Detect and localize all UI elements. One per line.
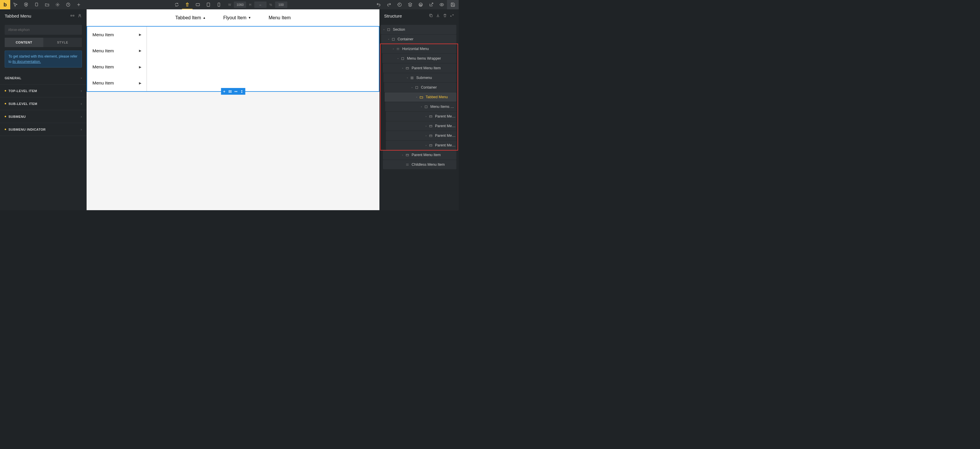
chevron-right-icon[interactable] bbox=[424, 144, 428, 147]
tree-node[interactable]: Section bbox=[380, 25, 457, 34]
section-submenu[interactable]: SUBMENU› bbox=[0, 110, 87, 123]
flex-icon[interactable] bbox=[70, 13, 75, 19]
chevron-down-icon[interactable] bbox=[396, 57, 400, 60]
submenu-item[interactable]: Menu Item▶ bbox=[87, 75, 146, 91]
chevron-down-icon[interactable] bbox=[410, 86, 414, 89]
external-link-icon[interactable] bbox=[426, 0, 436, 10]
tree-node[interactable]: Parent Menu Item bbox=[386, 131, 457, 140]
svg-point-11 bbox=[79, 14, 80, 16]
tree-label: Tabbed Menu bbox=[426, 95, 448, 99]
tree-node[interactable]: Submenu bbox=[383, 73, 457, 83]
chevron-right-icon[interactable] bbox=[401, 154, 404, 156]
chevron-down-icon[interactable] bbox=[387, 38, 391, 41]
tree-node[interactable]: Container bbox=[384, 83, 457, 92]
tree-node[interactable]: Parent Menu Item bbox=[386, 141, 457, 150]
stretch-v-icon[interactable] bbox=[239, 89, 245, 94]
info-box: To get started with this element, please… bbox=[5, 51, 82, 68]
canvas-area[interactable]: Tabbed Item▲Flyout Item▼Menu Item Menu I… bbox=[87, 10, 379, 210]
add-element-icon[interactable] bbox=[221, 89, 227, 94]
submenu-item[interactable]: Menu Item▶ bbox=[87, 59, 146, 75]
layers-icon[interactable] bbox=[405, 0, 415, 10]
stretch-h-icon[interactable] bbox=[233, 89, 239, 94]
card-icon bbox=[428, 133, 433, 138]
chevron-right-icon[interactable] bbox=[424, 115, 428, 118]
tree-node[interactable]: Horizontal Menu bbox=[382, 44, 457, 54]
preview-icon[interactable] bbox=[436, 0, 447, 10]
chevron-right-icon[interactable] bbox=[424, 125, 428, 127]
tree-label: Horizontal Menu bbox=[402, 47, 429, 51]
svg-rect-1 bbox=[35, 3, 38, 6]
tree-node[interactable]: Childless Menu Item bbox=[383, 160, 457, 169]
tablet-icon[interactable] bbox=[203, 0, 213, 10]
sync-icon[interactable] bbox=[172, 0, 182, 10]
submenu-item[interactable]: Menu Item▶ bbox=[87, 27, 146, 43]
tree-node[interactable]: Parent Menu Item bbox=[386, 121, 457, 131]
folder-icon[interactable] bbox=[42, 0, 52, 10]
svg-rect-9 bbox=[71, 15, 72, 16]
section-top-level-item[interactable]: TOP-LEVEL ITEM› bbox=[0, 84, 87, 97]
nav-item[interactable]: Menu Item bbox=[269, 15, 291, 21]
section-general[interactable]: GENERAL› bbox=[0, 71, 87, 84]
section-submenu-indicator[interactable]: SUBMENU INDICATOR› bbox=[0, 123, 87, 136]
tree-node[interactable]: Parent Menu Item bbox=[383, 150, 457, 160]
chevron-down-icon[interactable] bbox=[419, 106, 423, 108]
chevron-down-icon[interactable] bbox=[405, 76, 409, 79]
submenu-item[interactable]: Menu Item▶ bbox=[87, 43, 146, 59]
width-input[interactable] bbox=[234, 2, 246, 8]
desktop-base-icon[interactable] bbox=[182, 0, 192, 10]
svg-point-3 bbox=[67, 3, 70, 6]
section-sub-level-item[interactable]: SUB-LEVEL ITEM› bbox=[0, 97, 87, 110]
height-input[interactable] bbox=[254, 2, 267, 8]
help-icon[interactable] bbox=[63, 0, 73, 10]
top-toolbar: b 3 W H % bbox=[0, 0, 459, 10]
logo[interactable]: b bbox=[0, 0, 10, 10]
tab-style[interactable]: STYLE bbox=[43, 38, 82, 47]
tab-content[interactable]: CONTENT bbox=[5, 38, 43, 47]
chevron-down-icon[interactable] bbox=[391, 48, 395, 50]
nav-item[interactable]: Flyout Item▼ bbox=[223, 15, 251, 21]
zoom-input[interactable] bbox=[275, 2, 287, 8]
phone-icon[interactable] bbox=[213, 0, 224, 10]
tree-label: Menu Items Wrapper bbox=[407, 56, 441, 60]
tablet-landscape-icon[interactable] bbox=[192, 0, 203, 10]
nav-item[interactable]: Tabbed Item▲ bbox=[175, 15, 206, 21]
documentation-link[interactable]: its documentation. bbox=[12, 60, 41, 64]
add-icon[interactable] bbox=[73, 0, 84, 10]
left-panel: Tabbed Menu #brxe-ekphon CONTENT STYLE T… bbox=[0, 10, 87, 210]
tree-node[interactable]: Menu Items Wrapper bbox=[382, 54, 457, 63]
trash-icon[interactable] bbox=[443, 13, 447, 18]
tree-node[interactable]: Tabbed Menu bbox=[385, 92, 457, 102]
columns-icon[interactable] bbox=[227, 89, 233, 94]
chevron-down-icon[interactable] bbox=[415, 96, 418, 98]
pointer-icon[interactable] bbox=[10, 0, 21, 10]
svg-rect-26 bbox=[406, 154, 409, 156]
svg-rect-10 bbox=[73, 15, 74, 16]
chevron-down-icon[interactable] bbox=[401, 67, 404, 70]
chevron-down-icon[interactable] bbox=[382, 29, 386, 31]
download-icon[interactable] bbox=[436, 13, 440, 18]
svg-point-2 bbox=[57, 4, 58, 5]
undo-icon[interactable] bbox=[373, 0, 384, 10]
tabbed-menu-element[interactable]: Menu Item▶Menu Item▶Menu Item▶Menu Item▶ bbox=[87, 26, 379, 92]
tree-label: Container bbox=[421, 86, 437, 89]
save-button[interactable] bbox=[447, 0, 459, 10]
tree-node[interactable]: Parent Menu Item bbox=[386, 112, 457, 121]
tree-node[interactable]: Parent Menu Item bbox=[383, 63, 457, 73]
class-icon[interactable] bbox=[78, 13, 82, 19]
chevron-right-icon[interactable] bbox=[424, 135, 428, 137]
redo-icon[interactable] bbox=[384, 0, 395, 10]
panel-title: Tabbed Menu bbox=[5, 13, 31, 18]
tree-node[interactable]: Menu Items Wrapper bbox=[385, 102, 457, 111]
shield-icon[interactable]: 3 bbox=[21, 0, 31, 10]
settings-icon[interactable] bbox=[52, 0, 63, 10]
pages-icon[interactable] bbox=[31, 0, 42, 10]
element-id-field[interactable]: #brxe-ekphon bbox=[5, 25, 82, 35]
collapse-icon[interactable] bbox=[450, 13, 454, 18]
svg-rect-5 bbox=[207, 3, 210, 6]
square-icon bbox=[414, 85, 419, 90]
tree-node[interactable]: Container bbox=[381, 35, 457, 44]
wordpress-icon[interactable] bbox=[415, 0, 426, 10]
copy-icon[interactable] bbox=[429, 13, 433, 18]
folder-icon bbox=[418, 94, 424, 100]
history-icon[interactable] bbox=[395, 0, 405, 10]
